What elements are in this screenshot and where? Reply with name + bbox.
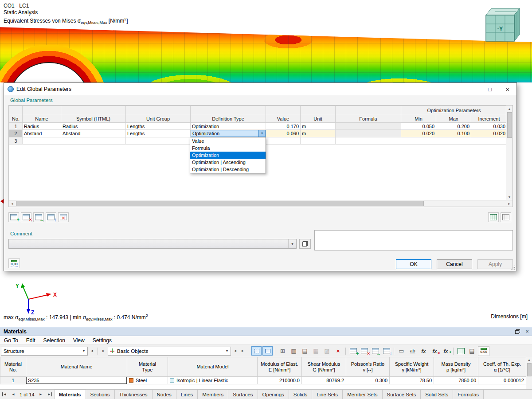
fill-row-button[interactable]: → (33, 212, 44, 222)
table-rows-button[interactable]: ▤ (300, 346, 310, 356)
delete-row-button[interactable]: × (359, 346, 369, 356)
cell-shear-modulus[interactable]: 80769.2 (302, 377, 346, 384)
comment-combobox[interactable]: ▾ (8, 239, 297, 249)
navigation-cube[interactable]: -Y (480, 4, 524, 42)
cell-min[interactable] (401, 137, 436, 145)
cell-row-number[interactable]: 2 (9, 130, 23, 137)
delete-all-rows-button[interactable]: × (58, 212, 69, 222)
tab-solids[interactable]: Solids (289, 390, 312, 399)
dialog-titlebar[interactable]: Edit Global Parameters □ × (4, 83, 516, 95)
cell-poisson[interactable]: 0.300 (346, 377, 390, 384)
fill-row-button[interactable]: → (370, 346, 380, 356)
tab-formulas[interactable]: Formulas (453, 390, 484, 399)
last-table-button[interactable]: ► (45, 390, 54, 399)
cell-value[interactable]: 0.060 (266, 130, 301, 137)
tab-materials[interactable]: Materials (54, 390, 86, 399)
cell-formula[interactable] (336, 123, 401, 130)
next-view-button[interactable]: ► (100, 347, 107, 355)
cell-thermal-expansion[interactable]: 0.000012 (478, 377, 526, 384)
cell-unit[interactable] (301, 137, 336, 145)
scroll-left-icon[interactable]: ◄ (9, 200, 16, 207)
previous-table-button[interactable]: ◄ (9, 390, 18, 399)
panel-scroll-arrow-icon[interactable] (0, 199, 4, 203)
move-row-button[interactable]: ↕ (46, 212, 56, 222)
move-row-button[interactable]: ↕ (381, 346, 391, 356)
menu-selection[interactable]: Selection (39, 337, 69, 344)
cell-symbol[interactable] (61, 137, 126, 145)
chevron-down-icon[interactable]: ▾ (288, 239, 296, 248)
menu-settings[interactable]: Settings (89, 337, 116, 344)
cell-material-no[interactable]: 1 (0, 377, 26, 384)
insert-row-button[interactable]: + (8, 212, 19, 222)
cell-material-type[interactable]: Steel (127, 377, 168, 384)
cell-name[interactable]: Radius (23, 123, 61, 130)
cell-mass-density[interactable]: 7850.00 (434, 377, 478, 384)
copy-comment-button[interactable] (299, 239, 311, 249)
tab-openings[interactable]: Openings (258, 390, 289, 399)
export-excel-button[interactable] (456, 346, 466, 356)
cell-unit-group[interactable]: Lengths (126, 130, 191, 137)
scroll-down-icon[interactable]: ▼ (506, 194, 512, 200)
stress-contour-plot[interactable] (0, 25, 532, 82)
navigator-combobox[interactable]: Structure ▾ (1, 347, 88, 356)
cell-definition-type[interactable]: Optimization (191, 123, 266, 130)
delete-formulas-button[interactable]: fx× (430, 346, 440, 356)
cell-modulus[interactable]: 210000.0 (258, 377, 302, 384)
ok-button[interactable]: OK (396, 259, 431, 269)
cell-unit-group[interactable] (126, 137, 191, 145)
cell-value[interactable]: 0.170 (266, 123, 301, 130)
units-settings-button[interactable]: 0,00 (8, 258, 20, 268)
scroll-right-icon[interactable]: ► (506, 200, 512, 207)
dropdown-option[interactable]: Formula (190, 145, 266, 152)
next-category-button[interactable]: ► (239, 347, 246, 355)
scroll-up-icon[interactable]: ▲ (506, 106, 512, 112)
scroll-up-icon[interactable]: ▲ (526, 357, 532, 363)
tab-surfaces[interactable]: Surfaces (228, 390, 258, 399)
cell-unit-group[interactable]: Lengths (126, 123, 191, 130)
tab-sections[interactable]: Sections (86, 390, 115, 399)
previous-category-button[interactable]: ◄ (232, 347, 239, 355)
dropdown-option[interactable]: Optimization | Descending (190, 166, 266, 173)
table-filter-button[interactable]: ▦ (311, 346, 321, 356)
chevron-down-icon[interactable]: ▾ (258, 130, 265, 137)
cell-name[interactable] (23, 137, 61, 145)
menu-go-to[interactable]: Go To (0, 337, 22, 344)
objects-combobox[interactable]: Basic Objects ▾ (108, 347, 231, 356)
tab-surface-sets[interactable]: Surface Sets (383, 390, 421, 399)
cell-increment[interactable] (471, 137, 507, 145)
cell-name[interactable]: Abstand (23, 130, 61, 137)
dropdown-option[interactable]: Optimization | Ascending (190, 159, 266, 166)
tab-thicknesses[interactable]: Thicknesses (115, 390, 153, 399)
cell-formula[interactable] (336, 130, 401, 137)
tab-solid-sets[interactable]: Solid Sets (421, 390, 453, 399)
insert-row-button[interactable]: + (348, 346, 358, 356)
cell-specific-weight[interactable]: 78.50 (390, 377, 434, 384)
select-in-graphic-button[interactable] (251, 346, 262, 356)
close-button[interactable]: × (499, 83, 516, 95)
cell-increment[interactable]: 0.030 (471, 123, 507, 130)
apply-button[interactable]: Apply (477, 259, 513, 269)
first-table-button[interactable]: ◄ (0, 390, 9, 399)
tab-member-sets[interactable]: Member Sets (343, 390, 382, 399)
next-table-button[interactable]: ► (36, 390, 45, 399)
sync-selection-button[interactable] (262, 346, 273, 356)
cell-row-number[interactable]: 1 (9, 123, 23, 130)
menu-view[interactable]: View (69, 337, 89, 344)
definition-type-combobox[interactable]: Optimization ▾ (191, 130, 266, 137)
cell-value[interactable] (266, 137, 301, 145)
export-excel-button[interactable] (488, 212, 499, 222)
cell-unit[interactable]: m (301, 123, 336, 130)
tab-nodes[interactable]: Nodes (153, 390, 176, 399)
tab-line-sets[interactable]: Line Sets (312, 390, 343, 399)
formulas-button[interactable]: fx (419, 346, 429, 356)
menu-edit[interactable]: Edit (22, 337, 39, 344)
previous-view-button[interactable]: ◄ (89, 347, 95, 355)
cell-min[interactable]: 0.050 (401, 123, 436, 130)
empty-rows-toggle-button[interactable]: ▭ (396, 346, 407, 356)
import-excel-button[interactable] (501, 212, 511, 222)
table-columns-button[interactable]: ▥ (289, 346, 299, 356)
scrollbar-thumb[interactable] (507, 112, 512, 138)
cell-max[interactable]: 0.100 (436, 130, 471, 137)
scrollbar-thumb[interactable] (527, 363, 532, 376)
units-settings-button[interactable]: 0,00 (478, 346, 489, 356)
